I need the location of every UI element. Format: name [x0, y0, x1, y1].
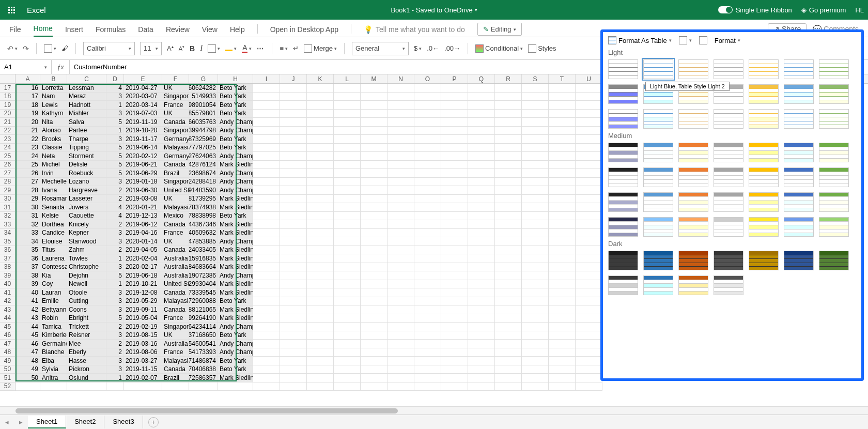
cell[interactable]	[280, 178, 307, 187]
cell[interactable]	[280, 84, 307, 93]
cell[interactable]	[361, 220, 388, 229]
more-font-button[interactable]: ⋯	[257, 41, 265, 56]
undo-button[interactable]: ↶▾	[7, 41, 18, 56]
cell[interactable]	[441, 135, 468, 144]
cell[interactable]	[468, 195, 495, 204]
cell[interactable]: Titus	[40, 246, 67, 255]
tab-data[interactable]: Data	[138, 25, 153, 37]
cell[interactable]: Andy Champan	[218, 169, 253, 178]
cell[interactable]	[334, 135, 361, 144]
cell[interactable]	[441, 314, 468, 323]
table-style-swatch[interactable]	[749, 109, 779, 129]
cell[interactable]	[495, 237, 522, 246]
conditional-formatting-button[interactable]: Conditional▾	[475, 41, 523, 56]
table-style-swatch[interactable]	[819, 167, 849, 187]
row-header[interactable]: 26	[0, 161, 16, 170]
cell[interactable]	[441, 340, 468, 348]
cell[interactable]	[334, 305, 361, 314]
cell[interactable]	[414, 374, 441, 382]
cell[interactable]: Salva	[67, 118, 106, 127]
column-header[interactable]: K	[307, 74, 334, 83]
cell[interactable]: Irvin	[40, 169, 67, 178]
table-style-swatch[interactable]	[714, 143, 743, 162]
cell[interactable]	[522, 331, 549, 340]
cell[interactable]: 47853885	[189, 237, 218, 246]
cell[interactable]	[307, 254, 334, 263]
cell[interactable]	[388, 169, 414, 178]
cell[interactable]	[280, 144, 307, 152]
cell[interactable]: 2020-02-17	[124, 263, 162, 272]
cell[interactable]	[307, 246, 334, 255]
cell[interactable]	[361, 305, 388, 314]
cell[interactable]	[307, 169, 334, 178]
table-style-swatch[interactable]	[678, 143, 708, 162]
cell[interactable]	[361, 229, 388, 238]
borders-button[interactable]: ▾	[208, 41, 220, 56]
cell[interactable]	[468, 178, 495, 187]
cell[interactable]	[280, 93, 307, 101]
cell[interactable]	[307, 229, 334, 238]
cell[interactable]	[334, 186, 361, 195]
row-header[interactable]: 48	[0, 348, 16, 357]
cell[interactable]	[468, 246, 495, 255]
cell[interactable]: Sylvia	[40, 365, 67, 374]
cell[interactable]	[522, 93, 549, 101]
cell[interactable]	[441, 152, 468, 161]
table-style-swatch[interactable]	[819, 59, 849, 79]
cell[interactable]	[253, 93, 280, 101]
table-style-swatch[interactable]	[784, 192, 814, 212]
cell[interactable]: 2019-05-04	[124, 314, 162, 323]
cell[interactable]	[576, 152, 602, 161]
cell[interactable]	[414, 297, 441, 306]
cell[interactable]	[522, 382, 549, 391]
cell[interactable]: 47	[16, 348, 40, 357]
cell[interactable]: Tharpe	[67, 135, 106, 144]
cell[interactable]: 46	[16, 340, 40, 348]
row-header[interactable]: 46	[0, 331, 16, 340]
cell[interactable]	[307, 288, 334, 297]
cell[interactable]	[361, 152, 388, 161]
increase-decimal-button[interactable]: .00→	[444, 41, 460, 56]
styles-button[interactable]: Styles	[528, 41, 556, 56]
cell[interactable]: 2019-03-27	[124, 357, 162, 365]
cell[interactable]: Nita	[40, 118, 67, 127]
cell[interactable]: 2019-07-03	[124, 110, 162, 118]
cell[interactable]: Mishler	[67, 110, 106, 118]
cell[interactable]: 84683664	[189, 263, 218, 272]
cell[interactable]: 4	[106, 203, 124, 212]
table-style-swatch[interactable]	[819, 251, 849, 270]
cell[interactable]	[468, 297, 495, 306]
cell[interactable]: Delisle	[67, 161, 106, 170]
cell[interactable]	[334, 374, 361, 382]
cell[interactable]	[361, 203, 388, 212]
cell[interactable]	[468, 118, 495, 127]
cell[interactable]	[280, 365, 307, 374]
cell[interactable]: Laurena	[40, 254, 67, 263]
cell[interactable]: Jowers	[67, 203, 106, 212]
cell[interactable]: 16	[16, 84, 40, 93]
cell[interactable]: Blanche	[40, 348, 67, 357]
open-in-desktop-app[interactable]: Open in Desktop App	[270, 25, 338, 37]
cell[interactable]: 2019-12-13	[124, 212, 162, 221]
cell[interactable]	[334, 220, 361, 229]
cell[interactable]: 2020-02-04	[124, 254, 162, 263]
cell[interactable]	[307, 297, 334, 306]
cell[interactable]: Pickron	[67, 365, 106, 374]
cell[interactable]: 26	[16, 169, 40, 178]
cell[interactable]	[388, 93, 414, 101]
cell[interactable]	[441, 280, 468, 289]
cell[interactable]	[307, 365, 334, 374]
sheet-tab[interactable]: Sheet1	[28, 416, 66, 428]
cell[interactable]	[307, 323, 334, 331]
table-style-swatch[interactable]	[714, 59, 743, 79]
cell[interactable]: 1	[106, 374, 124, 382]
cell[interactable]	[441, 331, 468, 340]
cell[interactable]: 43	[16, 314, 40, 323]
cell[interactable]	[307, 101, 334, 110]
cell[interactable]	[307, 195, 334, 204]
cell[interactable]	[334, 288, 361, 297]
cell[interactable]	[441, 271, 468, 280]
cell[interactable]	[253, 382, 280, 391]
scrollbar-thumb[interactable]	[16, 408, 398, 413]
cell[interactable]: Roebuck	[67, 169, 106, 178]
